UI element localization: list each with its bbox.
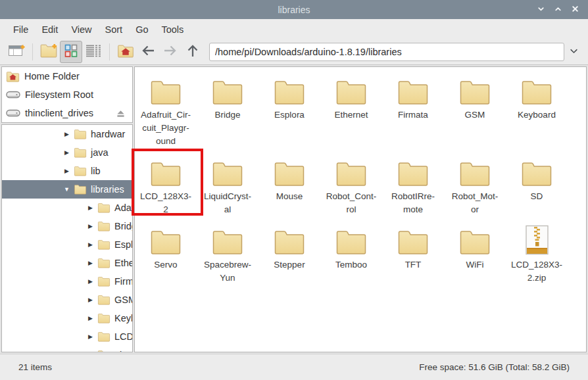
place-label: thinclient_drives — [25, 108, 93, 118]
file-item-Adafruit_Circuit_Playground[interactable]: Adafruit_Cir-cuit_Playgr-ound — [135, 75, 197, 156]
folder-icon — [459, 75, 491, 105]
new-folder-button[interactable] — [37, 41, 60, 63]
file-item-Robot_Motor[interactable]: Robot_Mot-or — [444, 156, 506, 225]
tree-item-keybo[interactable]: ▶ Keybo — [2, 309, 132, 327]
file-view-panel: Adafruit_Cir-cuit_Playgr-ound Bridge Esp… — [134, 66, 587, 352]
file-item-SpacebrewYun[interactable]: Spacebrew-Yun — [197, 225, 258, 293]
up-button[interactable] — [182, 41, 204, 63]
close-button[interactable] — [568, 3, 581, 16]
menu-file[interactable]: File — [7, 24, 35, 35]
file-item-LiquidCrystal[interactable]: LiquidCryst-al — [197, 156, 258, 225]
menu-go[interactable]: Go — [129, 24, 155, 35]
file-item-SD[interactable]: SD — [506, 156, 568, 225]
expander-open-icon[interactable]: ▼ — [62, 186, 71, 193]
back-button[interactable] — [137, 41, 159, 63]
path-dropdown-button[interactable] — [564, 43, 583, 61]
place-item[interactable]: thinclient_drives — [2, 104, 132, 122]
tree-label: Keybo — [114, 313, 133, 323]
file-item-WiFi[interactable]: WiFi — [444, 225, 506, 293]
place-item[interactable]: Home Folder — [2, 67, 132, 85]
toolbar-separator — [109, 43, 110, 60]
tree-label: Etherr — [114, 258, 133, 268]
file-item-Firmata[interactable]: Firmata — [382, 75, 444, 156]
free-space: Free space: 51.6 GiB (Total: 58.2 GiB) — [419, 362, 570, 372]
folder-icon — [335, 225, 367, 255]
tree-item-liquid[interactable]: ▶ Liquid — [2, 346, 132, 352]
icon-view-icon — [64, 44, 78, 60]
file-item-LCD_128X32.zip[interactable]: LCD_128X3-2.zip — [506, 225, 568, 293]
new-folder-icon — [39, 43, 58, 60]
expander-closed-icon[interactable]: ▶ — [86, 333, 95, 340]
expander-closed-icon[interactable]: ▶ — [86, 204, 95, 211]
file-item-Mouse[interactable]: Mouse — [258, 156, 320, 225]
menu-edit[interactable]: Edit — [35, 24, 64, 35]
folder-icon — [459, 156, 491, 187]
expander-closed-icon[interactable]: ▶ — [62, 149, 71, 156]
tree-label: Esplor — [114, 239, 133, 250]
file-label: Robot_Cont-rol — [326, 190, 377, 216]
expander-closed-icon[interactable]: ▶ — [86, 297, 95, 303]
file-label: SD — [531, 190, 543, 203]
place-item[interactable]: Filesystem Root — [2, 85, 132, 104]
file-item-Stepper[interactable]: Stepper — [258, 225, 320, 293]
expander-closed-icon[interactable]: ▶ — [62, 131, 71, 137]
expander-closed-icon[interactable]: ▶ — [86, 278, 95, 285]
sidebar: Home Folder Filesystem Root thinclient_d… — [1, 66, 133, 352]
tree-item-hardwar[interactable]: ▶ hardwar — [2, 125, 132, 143]
home-button[interactable] — [114, 41, 137, 63]
folder-icon — [274, 225, 305, 255]
file-item-Ethernet[interactable]: Ethernet — [320, 75, 382, 156]
expander-closed-icon[interactable]: ▶ — [62, 168, 71, 174]
statusbar: 21 items Free space: 51.6 GiB (Total: 58… — [0, 354, 588, 380]
tree-item-esplor[interactable]: ▶ Esplor — [2, 235, 132, 254]
file-label: Temboo — [335, 258, 367, 272]
file-label: GSM — [465, 108, 485, 122]
chevron-down-icon — [569, 46, 579, 59]
file-item-Esplora[interactable]: Esplora — [258, 75, 320, 156]
place-label: Filesystem Root — [25, 89, 93, 100]
tree-item-libraries[interactable]: ▼ libraries — [2, 180, 132, 199]
menu-tools[interactable]: Tools — [155, 24, 190, 35]
forward-button[interactable] — [159, 41, 182, 63]
tree-item-lcd_1[interactable]: ▶ LCD_1 — [2, 327, 132, 346]
file-item-TFT[interactable]: TFT — [382, 225, 444, 293]
folder-icon — [97, 258, 110, 268]
tree-label: GSM — [114, 295, 133, 305]
tree-item-adafru[interactable]: ▶ Adafru — [2, 199, 132, 217]
folder-icon — [274, 75, 305, 105]
tree-item-java[interactable]: ▶ java — [2, 143, 132, 162]
tree-item-bridge[interactable]: ▶ Bridge — [2, 217, 132, 235]
file-label: Ethernet — [334, 108, 368, 122]
tree-item-gsm[interactable]: ▶ GSM — [2, 291, 132, 309]
file-item-GSM[interactable]: GSM — [444, 75, 506, 156]
file-item-RobotIRremote[interactable]: RobotIRre-mote — [382, 156, 444, 225]
menu-sort[interactable]: Sort — [99, 24, 130, 35]
folder-icon — [521, 75, 552, 105]
folder-icon — [335, 75, 367, 105]
file-item-Servo[interactable]: Servo — [135, 225, 197, 293]
tree-item-lib[interactable]: ▶ lib — [2, 162, 132, 180]
tree-item-etherr[interactable]: ▶ Etherr — [2, 254, 132, 272]
file-label: Mouse — [276, 190, 303, 203]
icon-view-button[interactable] — [60, 41, 82, 63]
list-view-button[interactable] — [82, 41, 105, 63]
tree-item-firma[interactable]: ▶ Firma — [2, 272, 132, 291]
expander-closed-icon[interactable]: ▶ — [86, 241, 95, 248]
expander-closed-icon[interactable]: ▶ — [86, 223, 95, 229]
zip-file-icon — [525, 225, 549, 255]
menu-view[interactable]: View — [64, 24, 98, 35]
file-item-LCD_128X32[interactable]: LCD_128X3-2 — [135, 156, 197, 225]
file-item-Temboo[interactable]: Temboo — [320, 225, 382, 293]
new-window-button[interactable] — [5, 41, 28, 63]
path-input[interactable] — [209, 43, 564, 61]
file-item-Bridge[interactable]: Bridge — [197, 75, 258, 156]
minimize-button[interactable] — [534, 3, 547, 16]
file-item-Robot_Control[interactable]: Robot_Cont-rol — [320, 156, 382, 225]
file-item-Keyboard[interactable]: Keyboard — [506, 75, 568, 156]
maximize-button[interactable] — [551, 3, 564, 16]
expander-closed-icon[interactable]: ▶ — [86, 315, 95, 321]
expander-closed-icon[interactable]: ▶ — [86, 352, 95, 352]
file-label: Esplora — [274, 108, 305, 122]
expander-closed-icon[interactable]: ▶ — [86, 260, 95, 266]
eject-icon[interactable] — [116, 109, 126, 118]
